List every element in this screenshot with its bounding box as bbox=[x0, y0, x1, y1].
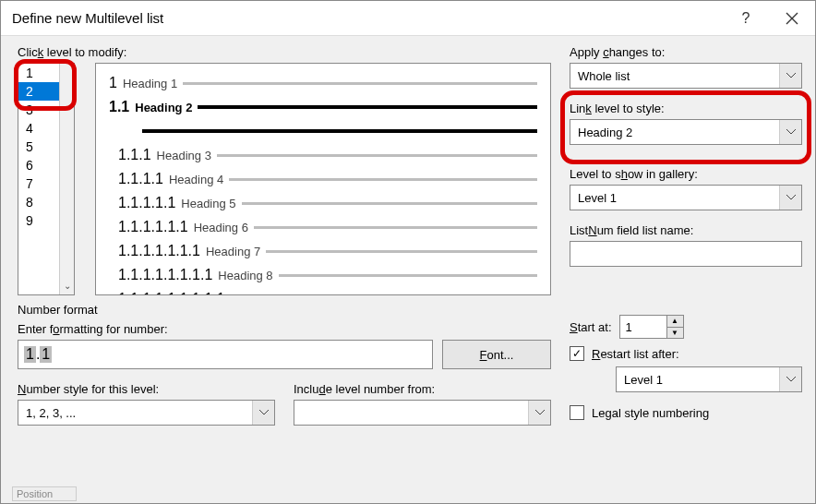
restart-after-select[interactable]: Level 1 bbox=[616, 366, 802, 392]
enter-formatting-label: Enter formatting for number: bbox=[18, 322, 551, 336]
chevron-down-icon bbox=[779, 64, 801, 88]
footer-hint: Position bbox=[12, 486, 77, 501]
level-listbox[interactable]: 123456789 ⌄ bbox=[18, 63, 75, 295]
help-button[interactable]: ? bbox=[723, 1, 769, 36]
number-style-select[interactable]: 1, 2, 3, ... bbox=[18, 400, 275, 426]
preview-row: 1.1.1.1.1.1.1Heading 7 bbox=[118, 239, 537, 263]
spin-down-button[interactable]: ▼ bbox=[666, 328, 683, 339]
chevron-down-icon bbox=[779, 120, 801, 144]
preview-row: 1.1.1.1Heading 4 bbox=[118, 167, 537, 191]
start-at-label: Start at: bbox=[570, 320, 612, 334]
include-level-select[interactable] bbox=[294, 400, 551, 426]
titlebar: Define new Multilevel list ? bbox=[1, 1, 815, 36]
apply-changes-label: Apply changes to: bbox=[570, 45, 802, 59]
preview-row: 1.1.1.1.1Heading 5 bbox=[118, 191, 537, 215]
link-level-label: Link level to style: bbox=[570, 102, 802, 115]
close-icon bbox=[786, 12, 798, 25]
close-button[interactable] bbox=[769, 1, 815, 36]
preview-row: 1.1.1.1.1.1Heading 6 bbox=[118, 215, 537, 239]
start-at-spinner[interactable]: 1 ▲ ▼ bbox=[619, 315, 684, 339]
dialog-window: Define new Multilevel list ? Click level… bbox=[0, 0, 816, 504]
number-style-label: Number style for this level: bbox=[18, 382, 275, 396]
legal-checkbox[interactable] bbox=[570, 405, 584, 420]
spin-up-button[interactable]: ▲ bbox=[666, 316, 683, 328]
preview-row: 1Heading 1 bbox=[109, 71, 537, 95]
legal-label: Legal style numbering bbox=[592, 406, 709, 420]
link-level-select[interactable]: Heading 2 bbox=[570, 119, 802, 145]
dialog-title: Define new Multilevel list bbox=[12, 10, 723, 26]
list-preview: 1Heading 11.1Heading 21.1.1Heading 31.1.… bbox=[95, 63, 551, 295]
listnum-input[interactable] bbox=[570, 241, 802, 267]
chevron-down-icon bbox=[252, 401, 274, 425]
number-format-input[interactable]: 1.1 bbox=[18, 340, 433, 369]
level-scrollbar[interactable]: ⌄ bbox=[59, 64, 74, 294]
apply-changes-select[interactable]: Whole list bbox=[570, 63, 802, 89]
preview-row-continuation bbox=[142, 119, 537, 143]
level-gallery-label: Level to show in gallery: bbox=[570, 167, 802, 181]
listnum-label: ListNum field list name: bbox=[570, 223, 802, 237]
preview-row: 1.1.1.1.1.1.1.1.1Heading 9 bbox=[118, 287, 537, 295]
font-button[interactable]: Font... bbox=[442, 340, 551, 369]
preview-row: 1.1.1Heading 3 bbox=[118, 143, 537, 167]
chevron-down-icon bbox=[779, 186, 801, 210]
restart-label: Restart list after: bbox=[592, 347, 679, 361]
preview-row: 1.1Heading 2 bbox=[109, 95, 537, 119]
restart-checkbox[interactable]: ✓ bbox=[570, 346, 584, 361]
include-level-label: Include level number from: bbox=[294, 382, 551, 396]
level-gallery-select[interactable]: Level 1 bbox=[570, 185, 802, 210]
chevron-down-icon: ⌄ bbox=[64, 281, 71, 294]
click-level-label: Click level to modify: bbox=[18, 45, 551, 59]
preview-row: 1.1.1.1.1.1.1.1Heading 8 bbox=[118, 263, 537, 287]
number-format-label: Number format bbox=[18, 303, 551, 317]
chevron-down-icon bbox=[528, 401, 550, 425]
chevron-down-icon bbox=[779, 367, 801, 391]
